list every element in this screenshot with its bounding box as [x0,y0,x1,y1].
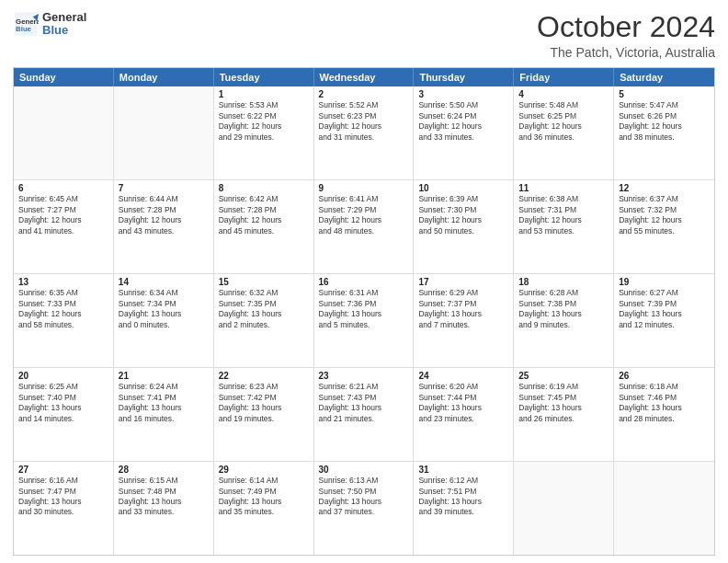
cell-text: Sunrise: 5:50 AM Sunset: 6:24 PM Dayligh… [418,100,508,143]
subtitle: The Patch, Victoria, Australia [537,45,715,60]
cell-text: Sunrise: 6:23 AM Sunset: 7:42 PM Dayligh… [219,382,309,424]
day-number: 17 [418,277,508,287]
cell-text: Sunrise: 6:42 AM Sunset: 7:28 PM Dayligh… [219,194,309,236]
cell-text: Sunrise: 6:38 AM Sunset: 7:31 PM Dayligh… [518,194,609,236]
calendar-cell [514,462,614,555]
cal-header-cell: Monday [114,68,214,86]
calendar-cell: 19Sunrise: 6:27 AM Sunset: 7:39 PM Dayli… [614,274,714,367]
day-number: 21 [119,371,209,381]
main-title: October 2024 [537,11,715,43]
title-block: October 2024 The Patch, Victoria, Austra… [537,11,715,60]
cell-text: Sunrise: 6:13 AM Sunset: 7:50 PM Dayligh… [319,476,409,518]
day-number: 28 [119,465,209,475]
day-number: 22 [219,371,309,381]
logo-icon: General Blue [13,11,39,37]
calendar-cell: 5Sunrise: 5:47 AM Sunset: 6:26 PM Daylig… [614,86,714,179]
calendar: SundayMondayTuesdayWednesdayThursdayFrid… [13,67,715,556]
calendar-cell: 23Sunrise: 6:21 AM Sunset: 7:43 PM Dayli… [314,368,415,461]
day-number: 25 [518,371,609,381]
calendar-week-row: 13Sunrise: 6:35 AM Sunset: 7:33 PM Dayli… [14,274,714,368]
cell-text: Sunrise: 6:14 AM Sunset: 7:49 PM Dayligh… [219,476,309,518]
cal-header-cell: Thursday [414,68,514,86]
cell-text: Sunrise: 6:18 AM Sunset: 7:46 PM Dayligh… [619,382,710,424]
calendar-cell: 18Sunrise: 6:28 AM Sunset: 7:38 PM Dayli… [514,274,614,367]
page-header: General Blue General Blue October 2024 T… [13,11,715,60]
day-number: 30 [319,465,409,475]
day-number: 2 [319,89,409,99]
cell-text: Sunrise: 6:15 AM Sunset: 7:48 PM Dayligh… [119,476,209,518]
cal-header-cell: Sunday [14,68,114,86]
cell-text: Sunrise: 6:39 AM Sunset: 7:30 PM Dayligh… [418,194,508,236]
cell-text: Sunrise: 5:52 AM Sunset: 6:23 PM Dayligh… [319,100,409,143]
calendar-cell: 22Sunrise: 6:23 AM Sunset: 7:42 PM Dayli… [214,368,314,461]
cell-text: Sunrise: 6:16 AM Sunset: 7:47 PM Dayligh… [18,476,108,518]
calendar-cell: 9Sunrise: 6:41 AM Sunset: 7:29 PM Daylig… [314,180,415,273]
day-number: 1 [219,89,309,99]
calendar-cell: 29Sunrise: 6:14 AM Sunset: 7:49 PM Dayli… [214,462,314,555]
day-number: 18 [518,277,609,287]
calendar-cell: 30Sunrise: 6:13 AM Sunset: 7:50 PM Dayli… [314,462,415,555]
day-number: 14 [119,277,209,287]
day-number: 4 [518,89,609,99]
calendar-cell: 3Sunrise: 5:50 AM Sunset: 6:24 PM Daylig… [414,86,514,179]
cal-header-cell: Wednesday [314,68,415,86]
calendar-cell: 8Sunrise: 6:42 AM Sunset: 7:28 PM Daylig… [214,180,314,273]
cell-text: Sunrise: 5:48 AM Sunset: 6:25 PM Dayligh… [518,100,609,143]
cell-text: Sunrise: 6:45 AM Sunset: 7:27 PM Dayligh… [18,194,108,236]
cal-header-cell: Tuesday [214,68,314,86]
day-number: 6 [18,183,108,193]
calendar-header: SundayMondayTuesdayWednesdayThursdayFrid… [14,68,714,86]
day-number: 20 [18,371,108,381]
cell-text: Sunrise: 6:25 AM Sunset: 7:40 PM Dayligh… [18,382,108,424]
cell-text: Sunrise: 6:37 AM Sunset: 7:32 PM Dayligh… [619,194,710,236]
calendar-week-row: 6Sunrise: 6:45 AM Sunset: 7:27 PM Daylig… [14,180,714,274]
day-number: 29 [219,465,309,475]
calendar-cell: 24Sunrise: 6:20 AM Sunset: 7:44 PM Dayli… [414,368,514,461]
svg-text:Blue: Blue [16,25,32,33]
cell-text: Sunrise: 6:19 AM Sunset: 7:45 PM Dayligh… [518,382,609,424]
cell-text: Sunrise: 5:53 AM Sunset: 6:22 PM Dayligh… [219,100,309,143]
calendar-cell: 31Sunrise: 6:12 AM Sunset: 7:51 PM Dayli… [414,462,514,555]
calendar-cell: 11Sunrise: 6:38 AM Sunset: 7:31 PM Dayli… [514,180,614,273]
calendar-cell: 26Sunrise: 6:18 AM Sunset: 7:46 PM Dayli… [614,368,714,461]
cell-text: Sunrise: 6:32 AM Sunset: 7:35 PM Dayligh… [219,288,309,330]
cell-text: Sunrise: 6:20 AM Sunset: 7:44 PM Dayligh… [418,382,508,424]
page-container: General Blue General Blue October 2024 T… [0,0,728,563]
calendar-cell: 12Sunrise: 6:37 AM Sunset: 7:32 PM Dayli… [614,180,714,273]
calendar-cell: 21Sunrise: 6:24 AM Sunset: 7:41 PM Dayli… [114,368,214,461]
logo-blue: Blue [42,23,68,37]
cell-text: Sunrise: 6:41 AM Sunset: 7:29 PM Dayligh… [319,194,409,236]
day-number: 11 [518,183,609,193]
calendar-cell [14,86,114,179]
cell-text: Sunrise: 6:29 AM Sunset: 7:37 PM Dayligh… [418,288,508,330]
day-number: 15 [219,277,309,287]
cell-text: Sunrise: 6:24 AM Sunset: 7:41 PM Dayligh… [119,382,209,424]
calendar-week-row: 20Sunrise: 6:25 AM Sunset: 7:40 PM Dayli… [14,368,714,462]
calendar-cell: 13Sunrise: 6:35 AM Sunset: 7:33 PM Dayli… [14,274,114,367]
day-number: 7 [119,183,209,193]
calendar-cell: 1Sunrise: 5:53 AM Sunset: 6:22 PM Daylig… [214,86,314,179]
day-number: 16 [319,277,409,287]
calendar-cell: 16Sunrise: 6:31 AM Sunset: 7:36 PM Dayli… [314,274,415,367]
calendar-cell: 14Sunrise: 6:34 AM Sunset: 7:34 PM Dayli… [114,274,214,367]
day-number: 8 [219,183,309,193]
calendar-cell: 2Sunrise: 5:52 AM Sunset: 6:23 PM Daylig… [314,86,415,179]
day-number: 9 [319,183,409,193]
calendar-cell: 15Sunrise: 6:32 AM Sunset: 7:35 PM Dayli… [214,274,314,367]
cell-text: Sunrise: 6:28 AM Sunset: 7:38 PM Dayligh… [518,288,609,330]
day-number: 5 [619,89,710,99]
calendar-cell: 4Sunrise: 5:48 AM Sunset: 6:25 PM Daylig… [514,86,614,179]
calendar-cell [614,462,714,555]
day-number: 31 [418,465,508,475]
cell-text: Sunrise: 5:47 AM Sunset: 6:26 PM Dayligh… [619,100,710,143]
calendar-week-row: 1Sunrise: 5:53 AM Sunset: 6:22 PM Daylig… [14,86,714,180]
calendar-cell: 20Sunrise: 6:25 AM Sunset: 7:40 PM Dayli… [14,368,114,461]
cell-text: Sunrise: 6:44 AM Sunset: 7:28 PM Dayligh… [119,194,209,236]
calendar-cell: 27Sunrise: 6:16 AM Sunset: 7:47 PM Dayli… [14,462,114,555]
calendar-cell: 10Sunrise: 6:39 AM Sunset: 7:30 PM Dayli… [414,180,514,273]
day-number: 13 [18,277,108,287]
day-number: 24 [418,371,508,381]
cell-text: Sunrise: 6:34 AM Sunset: 7:34 PM Dayligh… [119,288,209,330]
day-number: 3 [418,89,508,99]
logo-text-block: General Blue [42,11,86,38]
